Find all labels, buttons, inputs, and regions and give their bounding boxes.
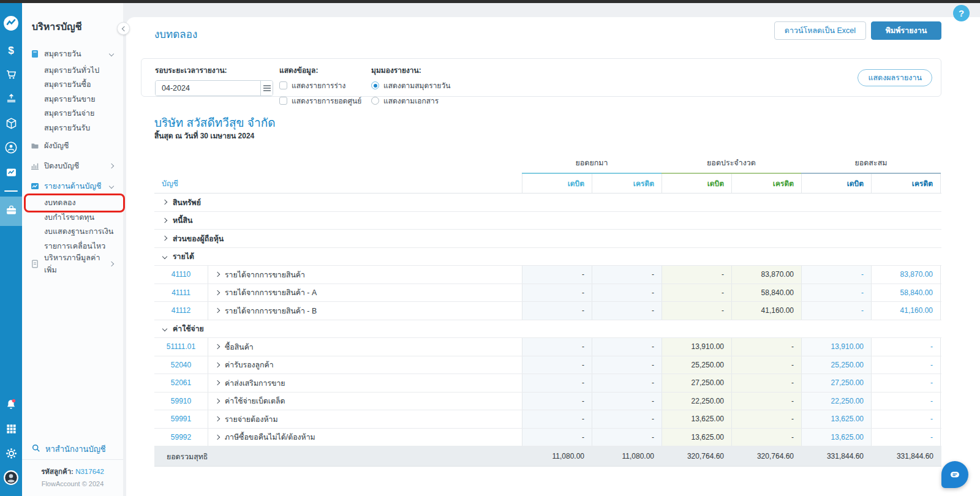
rail-item-upload-tray-icon[interactable]	[0, 88, 22, 112]
account-code-link[interactable]: 51111.01	[154, 338, 208, 356]
sidebar-item-รายงานด้านบัญชี[interactable]: รายงานด้านบัญชี	[22, 177, 123, 196]
chevron-right-icon[interactable]	[215, 272, 220, 277]
category-row-รายได้[interactable]: รายได้	[154, 248, 941, 266]
sidebar-item-งบกำไรขาดทุน[interactable]: งบกำไรขาดทุน	[22, 210, 123, 225]
value-cell: -	[592, 338, 662, 356]
search-icon	[32, 444, 40, 454]
group-period: ยอดประจำงวด	[662, 153, 801, 174]
sidebar-item-label: สมุดรายวันจ่าย	[44, 107, 123, 119]
category-row-ค่าใช้จ่าย[interactable]: ค่าใช้จ่าย	[154, 320, 941, 339]
rail-item-apps-grid-icon[interactable]	[0, 418, 22, 442]
show-report-button[interactable]: แสดงผลรายงาน	[858, 69, 932, 86]
sidebar-item-สมุดรายวันทั่วไป[interactable]: สมุดรายวันทั่วไป	[22, 63, 123, 78]
customer-code-label: รหัสลูกค้า:	[41, 468, 74, 475]
category-row-ส่วนของผู้ถือหุ้น[interactable]: ส่วนของผู้ถือหุ้น	[154, 230, 941, 248]
period-input[interactable]	[156, 81, 260, 96]
sidebar-item-สมุดรายวันซื้อ[interactable]: สมุดรายวันซื้อ	[22, 78, 123, 92]
value-cell: -	[592, 393, 662, 410]
download-excel-button[interactable]: ดาวน์โหลดเป็น Excel	[774, 21, 866, 40]
value-cell: 27,250.00	[662, 374, 731, 392]
radio-แสดงตามสมุดรายวัน[interactable]: แสดงตามสมุดรายวัน	[371, 80, 450, 91]
rail-item-briefcase-icon[interactable]	[0, 197, 22, 226]
help-button[interactable]: ?	[953, 5, 970, 21]
account-code-link[interactable]: 59910	[154, 393, 208, 410]
sidebar-item-รายการเคลื่อนไหว[interactable]: รายการเคลื่อนไหว	[22, 239, 123, 254]
category-label: ค่าใช้จ่าย	[173, 323, 204, 334]
checkbox-แสดงรายการยอดศูนย์[interactable]: แสดงรายการยอดศูนย์	[279, 95, 361, 107]
account-code-link[interactable]: 59991	[154, 410, 208, 428]
value-cell: -	[522, 429, 592, 446]
account-code-link[interactable]: 41111	[154, 284, 208, 302]
category-label: รายได้	[173, 250, 194, 262]
chevron-right-icon[interactable]	[215, 435, 220, 440]
value-cell: 27,250.00	[801, 374, 871, 392]
rail-item-gear-icon[interactable]	[0, 442, 22, 467]
rail-item-contacts-icon[interactable]	[0, 137, 22, 161]
find-accounting-firm-link[interactable]: หาสำนักงานบัญชี	[22, 438, 123, 459]
sidebar-item-สมุดรายวันรับ[interactable]: สมุดรายวันรับ	[22, 121, 123, 135]
period-menu-button[interactable]	[260, 81, 273, 96]
rail-item-avatar-icon[interactable]	[0, 467, 22, 491]
value-cell: -	[592, 302, 662, 320]
account-code-link[interactable]: 52040	[154, 356, 208, 374]
rail-item-bell-icon[interactable]	[0, 393, 22, 418]
rail-item-cart-icon[interactable]	[0, 63, 22, 88]
sidebar-item-label: งบกำไรขาดทุน	[44, 211, 123, 224]
account-code-link[interactable]: 52061	[154, 374, 208, 392]
value-cell: -	[522, 410, 592, 428]
rail-item-package-icon[interactable]	[0, 112, 22, 137]
rail-item-flowaccount-logo-icon[interactable]	[0, 10, 22, 39]
value-cell: -	[801, 266, 871, 284]
total-value-cell: 11,080.00	[522, 446, 592, 466]
sidebar-item-สมุดรายวันขาย[interactable]: สมุดรายวันขาย	[22, 92, 123, 107]
chart-icon	[5, 166, 18, 181]
sidebar-item-สมุดรายวันจ่าย[interactable]: สมุดรายวันจ่าย	[22, 107, 123, 121]
account-code-link[interactable]: 59992	[154, 429, 208, 446]
checkbox-แสดงรายการร่าง[interactable]: แสดงรายการร่าง	[279, 80, 361, 91]
value-cell: 83,870.00	[731, 266, 801, 284]
account-name-label: ค่าส่งเสริมการขาย	[225, 377, 285, 389]
chevron-right-icon[interactable]	[215, 363, 220, 367]
print-report-button[interactable]: พิมพ์รายงาน	[871, 21, 941, 40]
sidebar-item-ผังบัญชี[interactable]: ผังบัญชี	[22, 137, 123, 156]
customer-code-value[interactable]: N317642	[75, 468, 104, 475]
value-cell: 13,910.00	[662, 338, 731, 356]
report-filter-panel: รอบระยะเวลารายงาน: แสดงข้อมูล: แสดงรายกา…	[141, 58, 941, 97]
account-name-label: รายได้จากการขายสินค้า	[225, 269, 305, 280]
chevron-right-icon[interactable]	[215, 399, 220, 404]
sidebar-collapse-button[interactable]	[117, 22, 130, 35]
main-content-card: งบทดลอง ดาวน์โหลดเป็น Excel พิมพ์รายงาน …	[126, 17, 980, 496]
chevron-right-icon[interactable]	[215, 344, 220, 349]
value-cell: -	[522, 284, 592, 302]
value-cell: -	[871, 393, 941, 410]
sidebar-item-ปิดงบบัญชี[interactable]: ปิดงบบัญชี	[22, 157, 123, 176]
sidebar-item-สมุดรายวัน[interactable]: สมุดรายวัน	[22, 44, 123, 63]
sidebar-item-label: ปิดงบบัญชี	[44, 160, 110, 172]
radio-แสดงตามเอกสาร[interactable]: แสดงตามเอกสาร	[371, 95, 450, 107]
chevron-right-icon[interactable]	[215, 290, 220, 295]
chevron-right-icon[interactable]	[215, 308, 220, 313]
value-cell: -	[592, 374, 662, 392]
sidebar-item-label: สมุดรายวันทั่วไป	[44, 64, 123, 77]
sidebar-item-label: งบทดลอง	[44, 197, 123, 209]
value-cell: 58,840.00	[871, 284, 941, 302]
chat-support-button[interactable]	[941, 461, 968, 488]
chevron-right-icon[interactable]	[215, 380, 220, 385]
sidebar-item-บริหารภาษีมูลค่าเพิ่ม[interactable]: บริหารภาษีมูลค่าเพิ่ม	[22, 255, 123, 274]
sidebar-item-งบแสดงฐานะการเงิน[interactable]: งบแสดงฐานะการเงิน	[22, 225, 123, 239]
app-icon-rail: $	[0, 3, 22, 496]
group-carry-forward: ยอดยกมา	[522, 153, 662, 174]
chevron-right-icon	[162, 200, 167, 205]
category-row-สินทรัพย์[interactable]: สินทรัพย์	[154, 194, 941, 212]
value-cell: -	[662, 266, 731, 284]
chevron-down-icon	[109, 184, 114, 189]
category-row-หนี้สิน[interactable]: หนี้สิน	[154, 212, 941, 230]
value-cell: -	[522, 302, 592, 320]
sidebar-item-งบทดลอง[interactable]: งบทดลอง	[22, 196, 123, 211]
value-cell: -	[592, 356, 662, 374]
account-code-link[interactable]: 41112	[154, 302, 208, 320]
account-code-link[interactable]: 41110	[154, 266, 208, 284]
rail-item-money-icon[interactable]: $	[0, 39, 22, 63]
chevron-right-icon[interactable]	[215, 416, 220, 421]
rail-item-chart-icon[interactable]	[0, 161, 22, 186]
